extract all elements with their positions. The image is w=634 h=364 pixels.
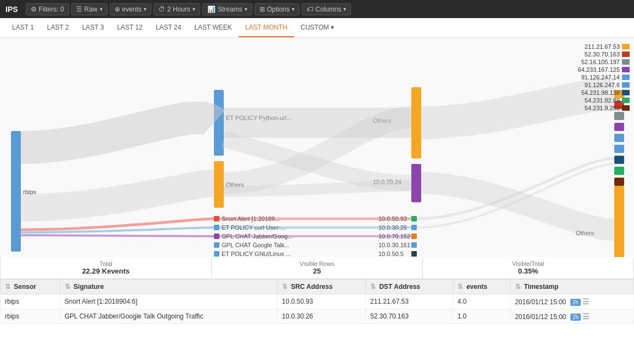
legend-label: 54.231.9.252 [585, 105, 620, 111]
streams-button[interactable]: 📊 Streams ▾ [202, 3, 252, 15]
cell-events: 4.0 [453, 294, 511, 309]
legend-color-swatch [622, 67, 630, 72]
legend-label: 54.231.98.138 [581, 89, 620, 96]
sort-icon: ⇅ [515, 283, 520, 291]
tab-last2[interactable]: LAST 2 [41, 18, 76, 37]
svg-text:ET POLICY GNU/Linux ...: ET POLICY GNU/Linux ... [222, 251, 291, 257]
tab-last24[interactable]: LAST 24 [149, 18, 188, 37]
svg-rect-20 [411, 216, 417, 221]
stats-row: Total 22.29 Kevents Visible Rows 25 Visi… [0, 257, 634, 279]
tab-lastmonth[interactable]: LAST MONTH [239, 18, 294, 37]
timestamp-value: 2016/01/12 15:00 [515, 298, 566, 306]
stat-visible: Visible Rows 25 [212, 257, 423, 278]
tab-custom[interactable]: CUSTOM ▾ [294, 18, 341, 37]
legend-color-swatch [622, 105, 630, 111]
filters-button[interactable]: ⚙ Filters: 0 [26, 3, 69, 15]
options-button[interactable]: ⊞ Options ▾ [254, 3, 299, 15]
columns-button[interactable]: 🏷 Columns ▾ [302, 3, 351, 15]
col-sensor[interactable]: ⇅ Sensor [1, 280, 60, 294]
tab-last12[interactable]: LAST 12 [110, 18, 149, 37]
svg-text:10.0.30.161: 10.0.30.161 [378, 242, 410, 248]
legend-label: 64.233.167.125 [578, 66, 620, 73]
sort-icon: ⇅ [457, 283, 463, 291]
data-table: ⇅ Sensor ⇅ Signature ⇅ SRC Address ⇅ DST… [0, 279, 634, 324]
stat-total-label: Total [6, 260, 206, 267]
time-label: 2 Hours [167, 5, 190, 13]
col-signature[interactable]: ⇅ Signature [60, 280, 277, 294]
cell-signature: Snort Alert [1:2018904:6] [60, 294, 277, 309]
cell-timestamp: 2016/01/12 15:00 2h ☰ [510, 309, 633, 324]
raw-arrow: ▾ [100, 6, 103, 12]
events-arrow: ▾ [144, 6, 146, 12]
svg-rect-14 [214, 251, 219, 257]
legend-item: 211.21.67.53 [551, 43, 630, 50]
svg-rect-12 [214, 242, 219, 248]
col-src-label: SRC Address [291, 283, 332, 291]
legend-item: 52.30.70.163 [551, 51, 630, 58]
streams-arrow: ▾ [245, 6, 247, 12]
raw-button[interactable]: ☰ Raw ▾ [71, 3, 107, 15]
legend-color-swatch [622, 44, 630, 49]
svg-rect-4 [214, 161, 224, 208]
tab-last3[interactable]: LAST 3 [76, 18, 111, 37]
col-dst[interactable]: ⇅ DST Address [366, 280, 453, 294]
table-header-row: ⇅ Sensor ⇅ Signature ⇅ SRC Address ⇅ DST… [1, 280, 634, 294]
legend-color-swatch [622, 90, 630, 95]
legend-item: 64.233.167.125 [551, 66, 630, 73]
stat-total-value: 22.29 Kevents [6, 267, 206, 275]
svg-rect-18 [411, 164, 421, 202]
filters-label: Filters: 0 [39, 5, 64, 13]
col-events[interactable]: ⇅ events [453, 280, 511, 294]
stat-ratio-label: Visible/Total [428, 260, 628, 267]
tab-last1[interactable]: LAST 1 [5, 18, 41, 37]
col-sensor-label: Sensor [14, 283, 36, 291]
columns-label: Columns [315, 5, 341, 13]
svg-rect-26 [411, 242, 417, 248]
cell-src: 10.0.50.93 [278, 294, 366, 309]
col-timestamp[interactable]: ⇅ Timestamp [510, 280, 633, 294]
legend-item: 52.16.105.197 [551, 59, 630, 65]
legend-item: 54.231.82.89 [551, 97, 630, 104]
badge-2h[interactable]: 2h [570, 299, 581, 306]
legend-item: 54.231.98.138 [551, 89, 630, 96]
col-src[interactable]: ⇅ SRC Address [278, 280, 366, 294]
sort-icon: ⇅ [370, 283, 376, 291]
legend-color-swatch [622, 59, 630, 65]
col-events-label: events [466, 283, 487, 291]
time-tabs: LAST 1 LAST 2 LAST 3 LAST 12 LAST 24 LAS… [0, 18, 634, 38]
stat-visible-label: Visible Rows [217, 260, 417, 267]
raw-label: Raw [84, 5, 98, 13]
stat-ratio-value: 0.35% [428, 267, 628, 275]
list-view-icon[interactable]: ☰ [582, 312, 590, 321]
stat-visible-value: 25 [217, 267, 417, 275]
streams-icon: 📊 [207, 5, 216, 13]
svg-rect-28 [411, 251, 417, 257]
legend-item: 91.126.247.6 [551, 82, 630, 88]
cell-sensor: rbips [1, 309, 60, 324]
toolbar: IPS ⚙ Filters: 0 ☰ Raw ▾ ⊕ events ▾ ⏱ 2 … [0, 0, 634, 18]
events-icon: ⊕ [115, 5, 120, 13]
svg-rect-6 [214, 216, 219, 221]
sort-icon: ⇅ [282, 283, 287, 291]
time-button[interactable]: ⏱ 2 Hours ▾ [154, 3, 200, 15]
legend-label: 52.30.70.163 [585, 51, 620, 58]
events-button[interactable]: ⊕ events ▾ [110, 3, 151, 15]
svg-rect-16 [411, 87, 421, 158]
options-icon: ⊞ [259, 5, 265, 13]
legend-color-swatch [622, 98, 630, 103]
svg-rect-10 [214, 234, 219, 239]
badge-2h[interactable]: 2h [570, 314, 581, 321]
legend-item: 54.231.9.252 [551, 105, 630, 111]
svg-rect-22 [411, 225, 417, 230]
options-label: Options [267, 5, 290, 13]
options-arrow: ▾ [292, 6, 295, 12]
time-arrow: ▾ [193, 6, 195, 12]
list-view-icon[interactable]: ☰ [582, 297, 590, 306]
col-signature-label: Signature [73, 283, 104, 291]
svg-text:GPL CHAT Google Talk...: GPL CHAT Google Talk... [222, 242, 290, 248]
cell-signature: GPL CHAT Jabber/Google Talk Outgoing Tra… [60, 309, 277, 324]
tab-lastweek[interactable]: LAST WEEK [188, 18, 238, 37]
legend-panel: 211.21.67.53 52.30.70.163 52.16.105.197 … [546, 38, 634, 257]
columns-arrow: ▾ [343, 6, 346, 12]
stat-ratio: Visible/Total 0.35% [423, 257, 633, 278]
